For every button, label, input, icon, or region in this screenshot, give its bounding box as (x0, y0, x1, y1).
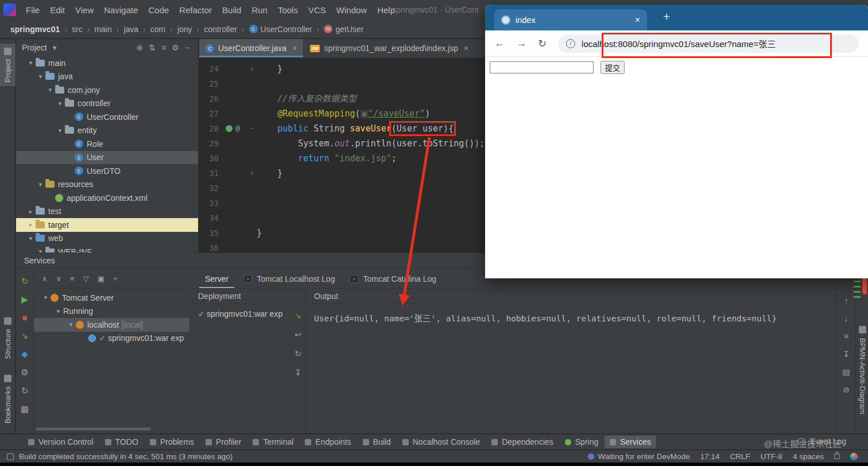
tool-tab-services[interactable]: Services (604, 436, 656, 448)
expand-collapse-icon[interactable]: ⇅ (146, 43, 158, 52)
scroll-up-icon[interactable]: ↑ (844, 296, 848, 305)
soft-wrap-icon[interactable]: ≡ (844, 332, 848, 341)
new-tab-button[interactable]: + (663, 10, 670, 22)
fold-marker-icon[interactable]: ∨ (247, 61, 257, 76)
breadcrumb-item-java[interactable]: java (123, 25, 138, 34)
menu-run[interactable]: Run (246, 2, 273, 18)
close-tab-icon[interactable]: × (292, 44, 297, 53)
filter-icon[interactable]: ▽ (83, 274, 89, 283)
tool-strip-item-structure[interactable]: Structure (0, 313, 16, 363)
publish-icon[interactable]: ↘ (294, 311, 301, 320)
group-by-icon[interactable]: ≡ (70, 274, 75, 283)
name-input[interactable] (490, 61, 594, 73)
encoding-widget[interactable]: UTF-8 (761, 452, 782, 461)
back-icon[interactable]: ← (494, 37, 505, 49)
reload-icon[interactable]: ↻ (538, 37, 547, 50)
tree-item-applicationcontext-xml[interactable]: applicationContext.xml (16, 191, 198, 205)
chevron-down-icon[interactable]: ▾ (53, 308, 63, 315)
build-status[interactable]: Build completed successfully in 4 sec, 5… (7, 452, 232, 461)
tree-item-controller[interactable]: ▾controller (16, 97, 198, 111)
chevron-down-icon[interactable]: ▾ (41, 294, 51, 301)
chevron-down-icon[interactable]: ▾ (26, 59, 36, 67)
services-tab-server[interactable]: Server (199, 269, 234, 288)
editor-tab-springmvc01-war-exploded-index-jsp[interactable]: JSPspringmvc01_war_exploded\index.jsp× (304, 39, 475, 57)
menu-edit[interactable]: Edit (45, 2, 70, 18)
chevron-down-icon[interactable]: ▾ (66, 321, 76, 328)
hide-panel-icon[interactable]: − (182, 43, 192, 52)
submit-button[interactable]: 提交 (600, 61, 625, 74)
menu-build[interactable]: Build (217, 2, 246, 18)
layout-icon[interactable]: ▦ (21, 404, 29, 414)
tree-item-userdto[interactable]: cUserDTO (16, 164, 198, 178)
run-icon[interactable]: ▶ (21, 294, 28, 305)
menu-tools[interactable]: Tools (273, 2, 303, 18)
chevron-down-icon[interactable]: ▾ (36, 181, 45, 188)
tree-item-role[interactable]: cRole (16, 137, 198, 151)
tree-item-running[interactable]: ▾Running (34, 305, 189, 319)
breadcrumb-item-jony[interactable]: jony (177, 25, 192, 34)
print-icon[interactable]: ▤ (842, 367, 850, 376)
horizontal-scrollbar[interactable] (36, 428, 151, 430)
breadcrumb-item-getuser[interactable]: mgetUser (324, 25, 363, 34)
tree-item-main[interactable]: ▾main (16, 56, 198, 70)
breadcrumb-item-usercontroller[interactable]: cUserController (249, 25, 312, 34)
menu-vcs[interactable]: VCS (303, 2, 331, 18)
lock-icon[interactable] (834, 454, 840, 459)
tree-item-localhost[interactable]: ▾localhost[local] (34, 318, 189, 332)
indent-widget[interactable]: 4 spaces (793, 452, 824, 461)
close-tab-icon[interactable]: × (464, 44, 468, 53)
clear-output-icon[interactable]: ⊘ (843, 385, 850, 394)
menu-view[interactable]: View (70, 2, 99, 18)
chevron-down-icon[interactable]: ▾ (50, 43, 60, 52)
chevron-down-icon[interactable]: ▾ (36, 248, 45, 253)
redeploy-icon[interactable]: ↻ (294, 349, 301, 358)
close-tab-icon[interactable]: × (635, 15, 640, 25)
refresh-icon[interactable]: ↻ (21, 386, 29, 396)
line-ending-widget[interactable]: CRLF (730, 452, 750, 461)
chevron-down-icon[interactable]: ▾ (45, 86, 55, 94)
tree-item-resources[interactable]: ▾resources (16, 178, 198, 192)
download-icon[interactable]: ↧ (294, 368, 301, 377)
tool-tab-problems[interactable]: Problems (145, 436, 199, 448)
tree-item-user[interactable]: cUser (16, 151, 198, 165)
expand-all-icon[interactable]: ∨ (56, 274, 62, 283)
options-icon[interactable]: ≡ (158, 43, 169, 52)
breadcrumb-item-com[interactable]: com (150, 25, 165, 34)
tool-tab-dependencies[interactable]: Dependencies (486, 436, 559, 448)
chevron-right-icon[interactable]: ▸ (26, 221, 36, 228)
ide-status-icon[interactable] (850, 453, 858, 460)
tool-strip-item-bpmn[interactable]: BPMN-Activiti-Diagram (856, 326, 868, 414)
chevron-down-icon[interactable]: ▾ (55, 127, 65, 134)
tree-item-web-inf[interactable]: ▾WEB-INF (16, 245, 198, 253)
tool-tab-endpoints[interactable]: Endpoints (300, 436, 356, 448)
address-bar[interactable]: i localhost:8080/springmvc01/saveUser?na… (558, 34, 859, 53)
tool-tab-spring[interactable]: Spring (560, 436, 603, 448)
breadcrumb-item-springmvc01[interactable]: springmvc01 (10, 25, 60, 34)
add-service-icon[interactable]: + (113, 274, 118, 283)
deployment-item[interactable]: ✓springmvc01:war exp (190, 304, 290, 319)
scroll-down-icon[interactable]: ↓ (844, 314, 848, 323)
settings-icon[interactable]: ⚙ (21, 367, 28, 378)
tree-item-entity[interactable]: ▾entity (16, 124, 198, 138)
breadcrumb-item-src[interactable]: src (72, 25, 83, 34)
menu-window[interactable]: Window (331, 2, 372, 18)
forward-icon[interactable]: → (516, 37, 526, 49)
tool-tab-terminal[interactable]: Terminal (247, 436, 299, 448)
chevron-down-icon[interactable]: ▾ (55, 100, 65, 107)
request-mapping-icon[interactable] (226, 125, 232, 132)
breadcrumb-item-controller[interactable]: controller (204, 25, 237, 34)
tool-tab-profiler[interactable]: Profiler (200, 436, 246, 448)
tree-item-springmvc01-war-exp[interactable]: ✓springmvc01:war exp (34, 332, 189, 345)
chevron-down-icon[interactable]: ▾ (36, 73, 45, 80)
tree-item-java[interactable]: ▾java (16, 70, 198, 84)
chevron-right-icon[interactable]: ▸ (26, 208, 36, 215)
locate-file-icon[interactable]: ⊕ (134, 43, 146, 52)
browser-tab[interactable]: index × (494, 9, 647, 30)
collapse-all-icon[interactable]: ∧ (42, 274, 48, 283)
tree-item-target[interactable]: ▸target (16, 218, 198, 232)
deploy-icon[interactable]: ↘ (21, 331, 29, 341)
services-tab-tomcat-localhost-log[interactable]: >Tomcat Localhost Log (238, 269, 340, 288)
editor-tab-usercontroller-java[interactable]: cUserController.java× (199, 39, 304, 57)
rerun-server-icon[interactable]: ↻ (21, 276, 29, 286)
menu-refactor[interactable]: Refactor (174, 2, 217, 18)
